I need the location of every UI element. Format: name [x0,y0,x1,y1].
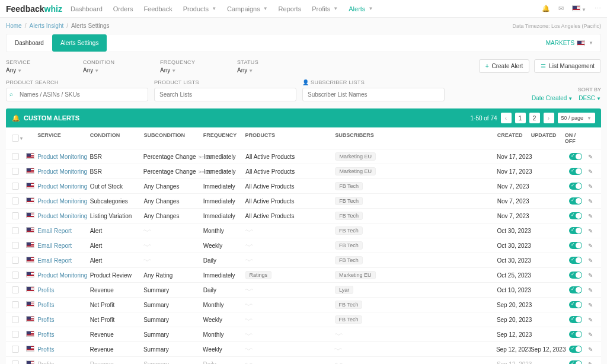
service-link[interactable]: Profits [37,302,54,308]
edit-icon[interactable]: ✎ [588,213,593,219]
breadcrumb-home[interactable]: Home [6,23,22,29]
toggle-onoff[interactable] [569,197,582,205]
row-checkbox[interactable] [12,272,19,279]
edit-icon[interactable]: ✎ [588,257,593,264]
bell-icon[interactable]: 🔔 [542,5,550,12]
toggle-onoff[interactable] [569,316,582,323]
edit-icon[interactable]: ✎ [588,228,593,234]
service-link[interactable]: Profits [37,361,54,365]
toggle-onoff[interactable] [569,153,582,160]
filter-service[interactable]: SERVICE Any▼ [6,59,77,74]
nav-profits[interactable]: Profits▼ [312,5,338,12]
edit-icon[interactable]: ✎ [588,346,593,353]
row-checkbox[interactable] [12,183,19,190]
table-row: ProfitsRevenueSummaryDailySep 12, 2023✎ [6,357,601,364]
row-checkbox[interactable] [12,346,19,353]
nav-alerts[interactable]: Alerts▼ [349,5,373,12]
logo[interactable]: Feedbackwhiz [6,4,62,14]
product-lists-input[interactable] [154,88,296,101]
edit-icon[interactable]: ✎ [588,272,593,279]
toggle-onoff[interactable] [569,346,582,353]
edit-icon[interactable]: ✎ [588,168,593,175]
service-link[interactable]: Product Monitoring [37,213,87,219]
select-all-checkbox[interactable] [12,135,19,142]
row-checkbox[interactable] [12,316,19,323]
service-link[interactable]: Profits [37,346,54,353]
nav-products[interactable]: Products▼ [183,5,216,12]
row-checkbox[interactable] [12,286,19,293]
row-checkbox[interactable] [12,168,19,175]
edit-icon[interactable]: ✎ [588,287,593,293]
toggle-onoff[interactable] [569,331,582,338]
cell-subscribers: Lyar [335,286,497,294]
toggle-onoff[interactable] [569,301,582,308]
service-link[interactable]: Profits [37,317,54,323]
service-link[interactable]: Product Monitoring [37,198,87,205]
service-link[interactable]: Product Monitoring [37,154,87,160]
page-next-button[interactable]: › [544,113,554,123]
edit-icon[interactable]: ✎ [588,302,593,308]
row-checkbox[interactable] [12,360,19,364]
locale-menu[interactable]: ▼ [572,5,586,12]
service-link[interactable]: Profits [37,331,54,338]
service-link[interactable]: Email Report [37,228,72,234]
service-link[interactable]: Email Report [37,257,72,264]
row-checkbox[interactable] [12,242,19,249]
breadcrumb-insight[interactable]: Alerts Insight [29,23,63,29]
filter-condition[interactable]: CONDITION Any▼ [83,59,154,74]
row-checkbox[interactable] [12,301,19,308]
edit-icon[interactable]: ✎ [588,183,593,190]
toggle-onoff[interactable] [569,360,582,364]
chevron-down-icon: ▼ [368,6,373,11]
page-prev-button[interactable]: ‹ [501,113,512,123]
service-link[interactable]: Email Report [37,242,72,249]
edit-icon[interactable]: ✎ [588,361,593,365]
toggle-onoff[interactable] [569,257,582,264]
nav-reports[interactable]: Reports [279,5,302,12]
toggle-onoff[interactable] [569,227,582,234]
tab-dashboard[interactable]: Dashboard [7,34,52,52]
page-1-button[interactable]: 1 [515,113,526,123]
filter-frequency[interactable]: FREQUENCY Any▼ [160,59,231,74]
service-link[interactable]: Product Monitoring [37,272,87,279]
toggle-onoff[interactable] [569,183,582,190]
row-checkbox[interactable] [12,153,19,160]
service-link[interactable]: Product Monitoring [37,183,87,190]
subscriber-lists-input[interactable] [302,88,445,101]
row-checkbox[interactable] [12,257,19,264]
nav-dashboard[interactable]: Dashboard [71,5,103,12]
edit-icon[interactable]: ✎ [588,317,593,323]
nav-feedback[interactable]: Feedback [143,5,172,12]
service-link[interactable]: Product Monitoring [37,168,87,175]
row-checkbox[interactable] [12,227,19,234]
list-management-button[interactable]: ☰List Management [534,59,601,73]
nav-orders[interactable]: Orders [113,5,133,12]
edit-icon[interactable]: ✎ [588,198,593,205]
nav-campaigns[interactable]: Campaigns▼ [227,5,268,12]
timezone-label: Data Timezone: Los Angeles (Pacific) [512,23,601,29]
toggle-onoff[interactable] [569,286,582,293]
table-row: ProfitsRevenueSummaryDailyLyarOct 10, 20… [6,283,601,298]
toggle-onoff[interactable] [569,168,582,175]
tab-alerts-settings[interactable]: Alerts Settings [52,34,107,52]
row-checkbox[interactable] [12,331,19,338]
sort-field[interactable]: Date Created▼ [532,95,573,101]
service-link[interactable]: Profits [37,287,54,293]
create-alert-button[interactable]: +Create Alert [479,59,530,73]
edit-icon[interactable]: ✎ [588,331,593,338]
filter-status[interactable]: STATUS Any▼ [237,59,308,74]
markets-selector[interactable]: MARKETS ▼ [546,40,600,46]
sort-direction[interactable]: DESC▼ [579,95,601,101]
toggle-onoff[interactable] [569,242,582,249]
toggle-onoff[interactable] [569,272,582,279]
toggle-onoff[interactable] [569,212,582,219]
edit-icon[interactable]: ✎ [588,242,593,249]
page-2-button[interactable]: 2 [529,113,540,123]
row-checkbox[interactable] [12,197,19,205]
edit-icon[interactable]: ✎ [588,154,593,160]
row-checkbox[interactable] [12,212,19,219]
more-icon[interactable]: ⋯ [595,5,601,12]
mail-icon[interactable]: ✉ [558,5,564,12]
page-size-select[interactable]: 50 / page▼ [558,113,595,123]
product-search-input[interactable] [6,88,148,101]
